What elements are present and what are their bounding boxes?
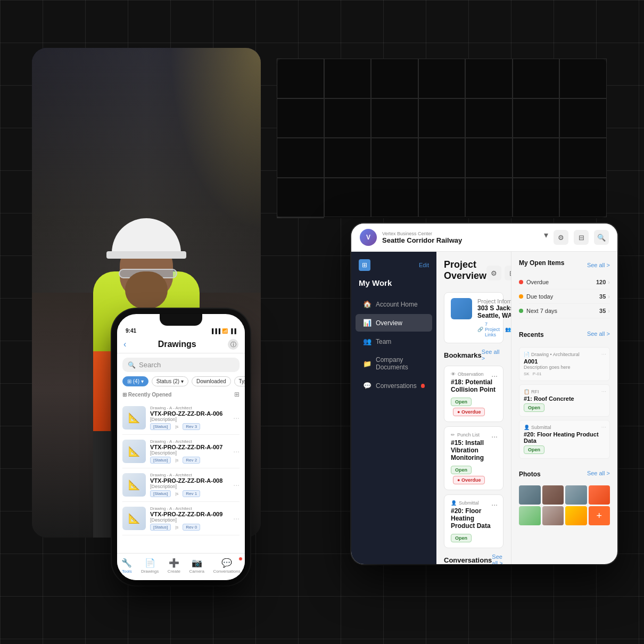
recent-more-1[interactable]: ··· <box>601 388 606 394</box>
tablet-header-icons: ▾ ⚙ ⊟ 🔍 <box>544 230 609 245</box>
conversations-title: Conversations <box>444 556 492 564</box>
drawing-desc-0: [Description] <box>150 417 229 422</box>
tablet-main: Project Overview ⚙ ⊟ Project Information… <box>436 252 511 564</box>
conversations-badge <box>421 384 425 388</box>
documents-icon: 📁 <box>363 360 371 368</box>
home-icon: 🏠 <box>363 300 371 308</box>
photo-4[interactable] <box>519 506 541 525</box>
filter-chip-0[interactable]: ⊞ (4) ▾ <box>122 376 148 386</box>
conversations-see-all[interactable]: See all > <box>492 554 503 564</box>
bookmark-type-2: 👤 Submittal <box>451 500 497 506</box>
create-label: Create <box>168 569 180 574</box>
overdue-label: Overdue <box>526 279 596 285</box>
search-button[interactable]: ⚙ <box>554 230 568 245</box>
tab-conversations[interactable]: 💬 Conversations <box>213 558 241 574</box>
conversations-tab-badge <box>238 557 243 561</box>
bookmark-item-2: 👤 Submittal #20: Floor Heating Product D… <box>444 494 503 548</box>
tablet-nav: ⊞ Edit My Work 🏠 Account Home 📊 Overview… <box>351 252 436 564</box>
photo-5[interactable] <box>542 506 564 525</box>
photos-title: Photos <box>519 470 541 478</box>
sidebar-item-documents[interactable]: 📁 Company Documents <box>356 351 432 376</box>
recents-see-all[interactable]: See all > <box>587 331 610 337</box>
project-title: Project Overview <box>444 259 486 282</box>
rev-badge-0: Rev 3 <box>183 423 200 430</box>
photos-grid: + <box>519 485 610 525</box>
back-button[interactable]: ‹ <box>123 340 126 349</box>
team-members-count[interactable]: 👥 6 Team Members <box>505 321 511 337</box>
badge-open-0: Open <box>451 398 472 406</box>
recent-meta-0: SK P-01 <box>524 371 605 376</box>
drawing-type-1: Drawing - A - Architect <box>150 439 229 444</box>
bookmark-name-1: #15: Install Vibration Monitoring <box>451 439 497 461</box>
sidebar-item-conversations[interactable]: 💬 Conversations <box>356 377 432 394</box>
phone-filters: ⊞ (4) ▾ Status (2) ▾ Downloaded Type <box>117 376 245 391</box>
more-options-icon-1[interactable]: ··· <box>491 432 498 441</box>
drawing-more-0[interactable]: ··· <box>233 414 240 422</box>
filter-chip-1[interactable]: Status (2) ▾ <box>152 376 188 386</box>
nav-edit-button[interactable]: Edit <box>419 262 429 268</box>
sidebar-item-account-home[interactable]: 🏠 Account Home <box>356 295 432 313</box>
filter-chip-2[interactable]: Downloaded <box>192 376 231 386</box>
drawing-info-2: Drawing - A - Architect VTX-PRO-ZZ-ZZ-DR… <box>150 473 229 497</box>
photos-see-all[interactable]: See all > <box>587 470 610 476</box>
recent-item-2: 👤 Submittal #20: Floor Heating Product D… <box>519 420 610 459</box>
sidebar-item-label: Conversations <box>376 382 417 390</box>
drawing-list: 📐 Drawing - A - Architect VTX-PRO-ZZ-ZZ-… <box>117 401 245 550</box>
open-item-due-today: Due today 35 › <box>519 290 610 304</box>
sidebar-item-overview[interactable]: 📊 Overview <box>356 314 432 332</box>
filter-chip-3[interactable]: Type <box>234 376 245 386</box>
camera-icon: 📷 <box>192 558 202 568</box>
nav-logo-icon: ⊞ <box>359 259 370 271</box>
bookmark-name-2: #20: Floor Heating Product Data <box>451 507 497 530</box>
photo-0[interactable] <box>519 485 541 505</box>
more-options-icon-2[interactable]: ··· <box>491 500 498 509</box>
sidebar-item-label: Team <box>376 338 391 345</box>
filter-label-2: Downloaded <box>196 378 226 384</box>
settings-icon[interactable]: ⚙ <box>486 266 501 280</box>
tablet-header-text: Vertex Business Center Seattle Corridor … <box>382 231 539 244</box>
drawing-more-3[interactable]: ··· <box>233 514 240 523</box>
tab-camera[interactable]: 📷 Camera <box>189 558 204 574</box>
tab-create[interactable]: ➕ Create <box>168 558 180 574</box>
drawing-desc-1: [Description] <box>150 450 229 456</box>
drawing-more-1[interactable]: ··· <box>233 447 240 456</box>
info-button[interactable]: ⓘ <box>228 339 238 350</box>
dropdown-icon[interactable]: ▾ <box>544 230 548 245</box>
adjust-icon[interactable]: ⊟ <box>505 266 511 280</box>
recent-item-1: 📋 RFI #1: Roof Concrete Open ··· <box>519 384 610 417</box>
conversations-icon: 💬 <box>363 382 371 390</box>
recent-more-2[interactable]: ··· <box>601 424 606 430</box>
overdue-chevron: › <box>608 279 610 285</box>
project-links-count[interactable]: 🔗 7 Project Links <box>477 321 500 337</box>
drawing-more-2[interactable]: ··· <box>233 481 240 489</box>
drawings-icon: 📄 <box>145 558 155 568</box>
photo-2[interactable] <box>565 485 587 505</box>
next-7-dot <box>519 309 523 313</box>
photo-3[interactable] <box>589 485 610 505</box>
drawing-desc-3: [Description] <box>150 517 229 523</box>
drawing-item-2: 📐 Drawing - A - Architect VTX-PRO-ZZ-ZZ-… <box>122 468 240 502</box>
tab-drawings[interactable]: 📄 Drawings <box>141 558 159 574</box>
open-items-see-all[interactable]: See all > <box>587 262 610 268</box>
bookmarks-see-all[interactable]: See all > <box>482 349 503 361</box>
more-button[interactable]: 🔍 <box>594 230 609 245</box>
add-photo-button[interactable]: + <box>589 506 610 525</box>
tab-tools[interactable]: 🔧 Tools <box>121 558 132 574</box>
phone-bottom-bar: 🔧 Tools 📄 Drawings ➕ Create 📷 Camera 💬 C… <box>117 553 245 580</box>
photo-6[interactable] <box>565 506 587 525</box>
drawing-meta-0: [Status] |s Rev 3 <box>150 423 229 430</box>
recent-more-0[interactable]: ··· <box>601 351 606 357</box>
recent-name-1: #1: Roof Concrete <box>524 395 605 402</box>
drawing-thumbnail-0: 📐 <box>122 406 146 430</box>
photo-1[interactable] <box>542 485 564 505</box>
sidebar-item-label: Account Home <box>376 301 418 308</box>
filter-button[interactable]: ⊟ <box>574 230 589 245</box>
tablet-header: V Vertex Business Center Seattle Corrido… <box>351 224 617 252</box>
tablet-subtitle: Vertex Business Center <box>382 231 539 236</box>
tablet-title: Seattle Corridor Railway <box>382 236 539 244</box>
more-options-icon-0[interactable]: ··· <box>491 371 498 380</box>
phone-search[interactable]: 🔍 Search <box>122 358 240 372</box>
recent-name-2: #20: Floor Heating Product Data <box>524 431 605 444</box>
view-toggle-icon[interactable]: ⊞ <box>234 391 240 398</box>
sidebar-item-team[interactable]: 👥 Team <box>356 333 432 350</box>
